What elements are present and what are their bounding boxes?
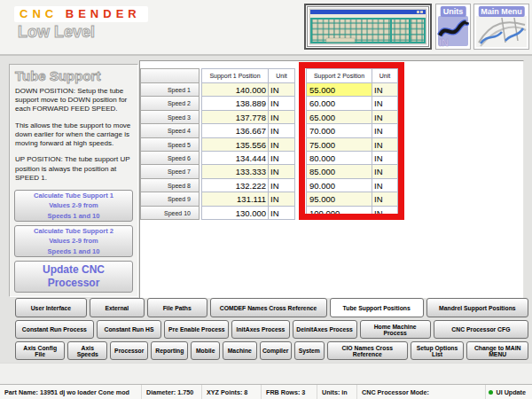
green-status-icon <box>489 390 493 395</box>
tab-row-1: User InterfaceExternalFile PathsCOMDEF N… <box>15 298 528 317</box>
tab[interactable]: CIO Names Cross Reference <box>327 341 408 360</box>
panel-action-button[interactable]: Update CNC Processor <box>14 261 133 293</box>
support1-position-cell[interactable]: 140.000 <box>201 82 269 97</box>
tube-support-panel: Tube Support DOWN POSITION: Setup the tu… <box>9 64 138 297</box>
support2-position-cell[interactable]: 55.000 <box>306 82 372 97</box>
table-row: Speed 8 132.222 IN 90.000 IN <box>141 178 398 192</box>
support1-position-cell[interactable]: 132.222 <box>201 178 269 192</box>
description-paragraph: DOWN POSITION: Setup the tube support mo… <box>15 87 132 114</box>
tab[interactable]: Mandrel Support Positions <box>426 298 528 317</box>
tab[interactable]: Change to MAIN MENU <box>466 341 528 360</box>
main-menu-button[interactable]: Main Menu <box>473 4 529 50</box>
tab[interactable]: Tube Support Positions <box>330 298 424 317</box>
ui-update-indicator: UI Update <box>489 385 532 399</box>
speed-row-label: Speed 2 <box>140 96 200 110</box>
panel-action-button[interactable]: Calculate Tube Support 2 Values 2-9 from… <box>14 225 133 257</box>
tab[interactable]: InitAxes Process <box>231 320 289 339</box>
table-row: Speed 2 138.889 IN 60.000 IN <box>141 96 398 110</box>
table-row: Speed 10 130.000 IN 100.000 IN <box>141 206 398 220</box>
units-button[interactable]: Units IN <box>435 4 471 50</box>
header-support1-position: Support 1 Position <box>201 68 269 83</box>
panel-buttons: Calculate Tube Support 1 Values 2-9 from… <box>14 190 133 293</box>
support1-unit-cell: IN <box>268 96 295 110</box>
support1-unit-cell: IN <box>268 151 295 165</box>
tab[interactable]: COMDEF Names Cross Reference <box>210 298 327 317</box>
table-row: Speed 4 136.667 IN 70.000 IN <box>141 123 398 137</box>
table-rows: Speed 1 140.000 IN 55.000 IN Speed 2 138… <box>141 82 398 220</box>
support1-position-cell[interactable]: 131.111 <box>201 192 269 206</box>
tab[interactable]: System <box>294 341 325 360</box>
tab[interactable]: External <box>90 298 145 317</box>
support1-position-cell[interactable]: 135.556 <box>201 137 269 152</box>
header-support2-position: Support 2 Position <box>306 68 372 83</box>
support2-unit-cell: IN <box>372 96 398 110</box>
speed-row-label: Speed 4 <box>140 123 200 137</box>
tube-support-title: Tube Support <box>15 68 133 83</box>
tab[interactable]: CNC Processor CFG <box>434 320 528 339</box>
support1-unit-cell: IN <box>268 82 295 97</box>
status-item: CNC Processor Mode: <box>357 385 486 399</box>
app-title: CNC BENDER <box>14 6 148 22</box>
table-row: Speed 5 135.556 IN 75.000 IN <box>141 137 398 152</box>
speed-row-label: Speed 7 <box>140 164 200 178</box>
support2-position-cell[interactable]: 65.000 <box>306 110 372 124</box>
speed-row-label: Speed 3 <box>140 110 200 124</box>
main-menu-button-label: Main Menu <box>478 6 525 17</box>
support1-position-cell[interactable]: 130.000 <box>201 206 269 220</box>
tab[interactable]: Machine <box>223 341 257 360</box>
app-title-bender: BENDER <box>66 7 141 20</box>
support2-position-cell[interactable]: 85.000 <box>306 164 372 178</box>
support2-unit-cell: IN <box>372 192 398 206</box>
support1-position-cell[interactable]: 134.444 <box>201 151 269 165</box>
table-row: Speed 9 131.111 IN 95.000 IN <box>141 192 398 206</box>
support2-unit-cell: IN <box>372 110 398 124</box>
tab[interactable]: DeinitAxes Process <box>293 320 357 339</box>
tube-support-table: Support 1 Position Unit Support 2 Positi… <box>141 69 398 220</box>
bender-machine-icon <box>475 35 528 51</box>
table-row: Speed 1 140.000 IN 55.000 IN <box>141 82 398 97</box>
support1-unit-cell: IN <box>268 192 295 206</box>
header-bar: CNC BENDER Low Level <box>0 0 532 56</box>
support2-unit-cell: IN <box>372 164 398 178</box>
status-item: Diameter: 1.750 <box>142 385 202 399</box>
table-row: Speed 3 137.778 IN 65.000 IN <box>141 110 398 124</box>
tab[interactable]: File Paths <box>147 298 207 317</box>
support2-position-cell[interactable]: 95.000 <box>306 192 372 206</box>
tab[interactable]: Compiler <box>260 341 292 360</box>
support2-position-cell[interactable]: 100.000 <box>306 206 372 220</box>
tab[interactable]: User Interface <box>15 298 87 317</box>
support1-unit-cell: IN <box>268 123 295 137</box>
support2-position-cell[interactable]: 80.000 <box>306 151 372 165</box>
support2-unit-cell: IN <box>372 137 398 152</box>
support1-position-cell[interactable]: 133.333 <box>201 164 269 178</box>
panel-action-button[interactable]: Calculate Tube Support 1 Values 2-9 from… <box>14 190 133 222</box>
tab[interactable]: Setup Options List <box>411 341 465 360</box>
tab[interactable]: Reporting <box>151 341 188 360</box>
support1-position-cell[interactable]: 138.889 <box>201 96 269 110</box>
tab[interactable]: Processor <box>110 341 148 360</box>
speed-row-label: Speed 1 <box>140 82 200 97</box>
support2-position-cell[interactable]: 90.000 <box>306 178 372 192</box>
header-unit2: Unit <box>372 68 398 83</box>
tab[interactable]: Home Machine Process <box>360 320 431 339</box>
tab[interactable]: Constant Run HS <box>97 320 162 339</box>
support2-position-cell[interactable]: 60.000 <box>306 96 372 110</box>
keyboard-icon <box>307 35 429 50</box>
speed-row-label: Speed 10 <box>140 206 200 220</box>
support2-position-cell[interactable]: 70.000 <box>306 123 372 137</box>
tab-row-2: Constant Run ProcessConstant Run HSPre E… <box>15 320 528 339</box>
tab[interactable]: Constant Run Process <box>15 320 94 339</box>
speed-row-label: Speed 6 <box>140 151 200 165</box>
support2-unit-cell: IN <box>372 151 398 165</box>
tab[interactable]: Axis Speeds <box>67 341 107 360</box>
header-corner-cell <box>140 68 200 83</box>
tube-support-description: DOWN POSITION: Setup the tube support mo… <box>14 87 133 190</box>
tab[interactable]: Axis Config File <box>15 341 65 360</box>
page-title: Low Level <box>18 23 95 42</box>
on-screen-keyboard-button[interactable] <box>304 4 432 50</box>
support1-position-cell[interactable]: 136.667 <box>201 123 269 137</box>
tab[interactable]: Pre Enable Process <box>164 320 229 339</box>
support2-position-cell[interactable]: 75.000 <box>306 137 372 152</box>
support1-position-cell[interactable]: 137.778 <box>201 110 269 124</box>
tab[interactable]: Mobile <box>191 341 219 360</box>
